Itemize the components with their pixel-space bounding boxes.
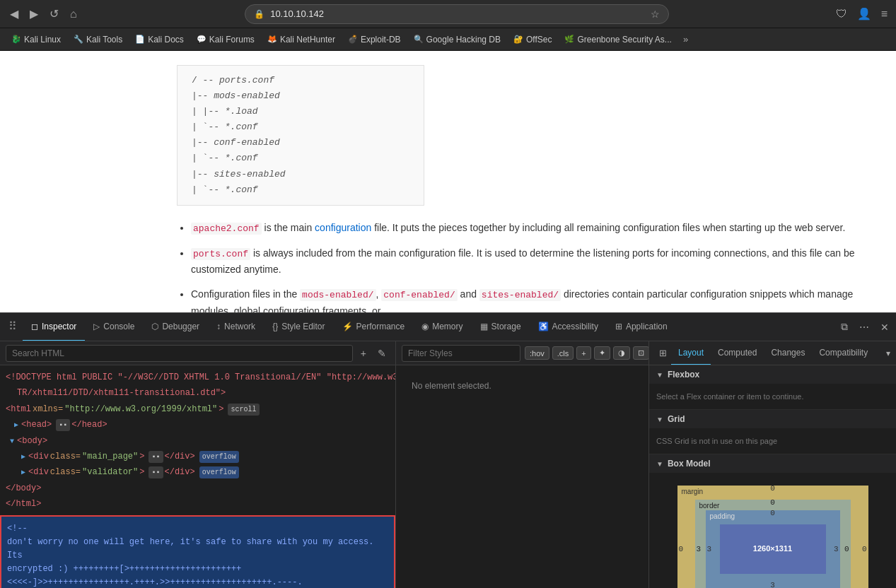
bookmark-kali-tools[interactable]: 🔧 Kali Tools <box>68 33 128 47</box>
nav-buttons: ◀ ▶ ↺ ⌂ <box>6 4 81 23</box>
bookmark-exploitdb-label: Exploit-DB <box>361 35 401 45</box>
css-cls-button[interactable]: .cls <box>552 346 574 360</box>
tab-memory[interactable]: ◉ Memory <box>413 313 471 341</box>
bookmark-star-icon[interactable]: ☆ <box>651 8 660 20</box>
padding-right-val: 3 <box>834 545 839 553</box>
css-filter-input[interactable] <box>402 345 520 362</box>
main-div-expand[interactable]: ▶ <box>21 451 25 463</box>
bookmark-offsec-label: OffSec <box>526 35 552 45</box>
reload-button[interactable]: ↺ <box>45 4 63 23</box>
tab-network[interactable]: ↕ Network <box>208 313 264 341</box>
comment-line-3: encrypted :) +++++++++[>++++++++++++++++… <box>7 563 388 576</box>
bookmark-kali-linux[interactable]: 🐉 Kali Linux <box>6 33 66 47</box>
code-modsenabled: mods-enabled/ <box>300 289 376 301</box>
html-close-bracket: > <box>219 402 223 416</box>
bookmark-nethunter[interactable]: 🦊 Kali NetHunter <box>262 33 341 47</box>
html-panel: + ✎ <!DOCTYPE html PUBLIC "-//W3C//DTD X… <box>0 341 396 588</box>
bookmark-offsec[interactable]: 🔐 OffSec <box>508 33 557 47</box>
nethunter-icon: 🦊 <box>267 35 277 44</box>
html-search-input[interactable] <box>6 345 353 362</box>
css-hov-button[interactable]: :hov <box>525 346 549 360</box>
kali-linux-icon: 🐉 <box>11 35 21 44</box>
exploitdb-icon: 💣 <box>348 35 358 44</box>
html-content: <!DOCTYPE html PUBLIC "-//W3C//DTD XHTML… <box>0 365 395 588</box>
tab-performance[interactable]: ⚡ Performance <box>334 313 414 341</box>
tab-inspector[interactable]: ◻ Inspector <box>23 313 85 341</box>
bullet-item-2: ports.conf is always included from the m… <box>191 245 868 278</box>
html-search-bar: + ✎ <box>0 341 395 365</box>
home-button[interactable]: ⌂ <box>66 5 81 23</box>
grid-arrow-icon: ▼ <box>656 416 663 423</box>
layout-content: ▼ Flexbox Select a Flex container or ite… <box>649 365 896 588</box>
box-model-border: border 0 3 0 0 padding 0 3 <box>695 500 851 588</box>
devtools-overflow-button[interactable]: ⋯ <box>855 319 873 336</box>
box-model-dims: 1260×1311 <box>753 543 792 554</box>
tab-style-editor[interactable]: {} Style Editor <box>264 313 333 341</box>
body-expand[interactable]: ▼ <box>10 435 14 447</box>
bookmark-ghdb-label: Google Hacking DB <box>426 35 501 45</box>
main-badge[interactable]: ▪▪ <box>149 451 163 463</box>
layout-tab-compatibility[interactable]: Compatibility <box>812 341 875 365</box>
tab-storage[interactable]: ▦ Storage <box>472 313 530 341</box>
validator-expand[interactable]: ▶ <box>21 466 25 478</box>
bookmarks-more-button[interactable]: » <box>679 32 692 47</box>
padding-bottom-val: 3 <box>770 581 775 588</box>
html-add-node-button[interactable]: + <box>357 346 370 360</box>
css-add-button[interactable]: + <box>576 346 590 360</box>
kali-tools-icon: 🔧 <box>74 35 83 44</box>
code-sitesenabled: sites-enabled/ <box>479 289 561 301</box>
tab-debugger-label: Debugger <box>162 322 199 331</box>
shield-button[interactable]: 🛡 <box>833 5 850 23</box>
html-pick-element-button[interactable]: ✎ <box>374 346 390 360</box>
layout-tab-layout-label: Layout <box>678 348 704 358</box>
layout-tab-changes[interactable]: Changes <box>764 341 812 365</box>
bookmark-ghdb[interactable]: 🔍 Google Hacking DB <box>408 33 506 47</box>
bookmark-greenbone[interactable]: 🌿 Greenbone Security As... <box>559 33 677 47</box>
link-configuration[interactable]: configuration <box>315 222 371 233</box>
layout-tab-more-button[interactable]: ▾ <box>886 348 890 358</box>
devtools-dock-button[interactable]: ⧉ <box>837 318 852 336</box>
address-bar[interactable]: 🔒 10.10.10.142 ☆ <box>245 4 669 24</box>
menu-button[interactable]: ≡ <box>878 5 890 23</box>
flexbox-header[interactable]: ▼ Flexbox <box>649 365 896 384</box>
tab-accessibility[interactable]: ♿ Accessibility <box>530 313 607 341</box>
css-layout-button[interactable]: ⊡ <box>633 346 648 360</box>
layout-tab-layout[interactable]: Layout <box>671 341 711 365</box>
css-panel: :hov .cls + ✦ ◑ ⊡ No element selected. <box>396 341 648 588</box>
main-div-close-tag: </div> <box>165 449 195 464</box>
grid-header[interactable]: ▼ Grid <box>649 410 896 428</box>
bookmark-kali-forums[interactable]: 💬 Kali Forums <box>191 33 260 47</box>
devtools-tab-bar: ⠿ ◻ Inspector ▷ Console ⬡ Debugger ↕ Net… <box>0 313 896 341</box>
layout-tab-computed[interactable]: Computed <box>711 341 764 365</box>
html-open-tag: <html <box>6 402 31 416</box>
box-model-header[interactable]: ▼ Box Model <box>649 454 896 473</box>
validator-overflow-badge[interactable]: overflow <box>199 466 239 478</box>
devtools-close-btn[interactable]: ⠿ <box>3 313 23 341</box>
validator-badge[interactable]: ▪▪ <box>149 466 163 478</box>
scroll-badge[interactable]: scroll <box>228 404 259 416</box>
bookmark-exploitdb[interactable]: 💣 Exploit-DB <box>342 33 407 47</box>
head-expand[interactable]: ▶ <box>14 419 18 431</box>
devtools-close-button[interactable]: ✕ <box>876 319 893 336</box>
bookmark-kali-docs[interactable]: 📄 Kali Docs <box>129 33 190 47</box>
xmlns-val: "http://www.w3.org/1999/xhtml" <box>64 402 217 416</box>
html-close-tag: </html> <box>6 497 41 511</box>
main-overflow-badge[interactable]: overflow <box>199 451 239 463</box>
tab-application[interactable]: ⊞ Application <box>607 313 676 341</box>
tab-debugger[interactable]: ⬡ Debugger <box>143 313 208 341</box>
css-theme-button[interactable]: ◑ <box>613 346 630 360</box>
bookmarks-bar: 🐉 Kali Linux 🔧 Kali Tools 📄 Kali Docs 💬 … <box>0 28 896 51</box>
profile-button[interactable]: 👤 <box>854 4 874 23</box>
tab-console[interactable]: ▷ Console <box>85 313 143 341</box>
head-badge[interactable]: ▪▪ <box>56 419 70 431</box>
html-line-head: ▶ <head> ▪▪ </head> <box>0 417 395 433</box>
html-line-doctype: <!DOCTYPE html PUBLIC "-//W3C//DTD XHTML… <box>0 370 395 385</box>
doctype-tag: <!DOCTYPE html PUBLIC "-//W3C//DTD XHTML… <box>6 370 395 384</box>
padding-left-val: 3 <box>707 545 712 553</box>
style-editor-icon: {} <box>272 322 278 331</box>
back-button[interactable]: ◀ <box>6 4 23 23</box>
forward-button[interactable]: ▶ <box>25 4 42 23</box>
tab-application-label: Application <box>626 322 668 331</box>
css-light-button[interactable]: ✦ <box>594 346 610 360</box>
grid-hint: CSS Grid is not in use on this page <box>656 434 889 448</box>
